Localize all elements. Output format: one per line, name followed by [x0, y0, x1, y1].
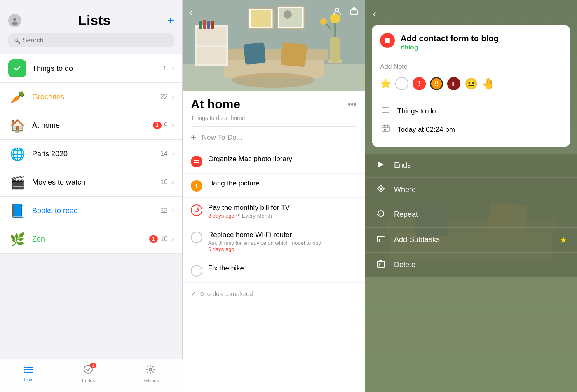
completed-check-icon: ✓ [191, 290, 196, 298]
detail-task-title-group: Add contact form to blog #blog [401, 33, 562, 51]
detail-list-row[interactable]: Things to do [380, 102, 562, 120]
svg-rect-53 [382, 126, 389, 132]
todo-item-replace-wifi[interactable]: Replace home Wi-Fi router Ask Jimmy for … [183, 225, 365, 258]
athome-subtitle: Things to do at home [183, 115, 365, 126]
tab-settings[interactable]: Settings [143, 364, 159, 383]
todos-tab-icon: 3 [83, 364, 93, 377]
subtasks-icon [375, 234, 387, 245]
svg-rect-32 [251, 10, 271, 27]
athome-person-button[interactable] [333, 7, 342, 18]
list-name-groceries: Groceries [32, 93, 64, 101]
todo-title-pay-bill: Pay the monthly bill for TV [208, 204, 357, 212]
add-list-button[interactable]: + [167, 14, 174, 27]
list-item-groceries[interactable]: 🥕 Groceries 22 › [0, 83, 182, 111]
chevron-icon: › [172, 65, 174, 72]
list-item-zen[interactable]: 🌿 Zen 1 10 › [0, 225, 182, 254]
svg-rect-47 [385, 38, 390, 40]
lists-scroll: Things to do 5 › 🥕 Groceries 22 › 🏠 At h… [0, 54, 182, 392]
svg-point-0 [13, 18, 16, 21]
list-item-books-to-read[interactable]: 📘 Books to read 12 › [0, 197, 182, 225]
priority-none-option[interactable] [395, 77, 408, 90]
athome-more-button[interactable]: ••• [348, 100, 357, 109]
completed-section: ✓ 0 to-dos completed [183, 283, 365, 304]
chevron-icon-paris-2020: › [172, 150, 174, 157]
wifi-note: Ask Jimmy for an advice on which model t… [208, 240, 357, 246]
subtasks-star-icon: ★ [560, 235, 567, 245]
todo-check-replace-wifi[interactable] [191, 232, 202, 243]
pay-bill-overdue: 8 days ago [208, 213, 235, 219]
list-badge-zen: 1 [149, 235, 158, 243]
todo-check-pay-bill[interactable]: ↺ [191, 204, 202, 216]
list-item-things-to-do[interactable]: Things to do 5 › [0, 54, 182, 83]
svg-rect-48 [385, 40, 390, 42]
priority-hand-icon[interactable]: 🤚 [482, 77, 495, 90]
todo-content-pay-bill: Pay the monthly bill for TV 8 days ago ↺… [208, 204, 357, 219]
todo-item-fix-bike[interactable]: Fix the bike [183, 258, 365, 283]
svg-rect-22 [207, 21, 210, 29]
todo-item-pay-bill[interactable]: ↺ Pay the monthly bill for TV 8 days ago… [183, 198, 365, 225]
where-menu-item[interactable]: Where [365, 178, 577, 202]
todo-check-organize-mac[interactable] [191, 156, 202, 167]
list-count-movies-to-watch: 10 [160, 178, 168, 186]
svg-point-8 [24, 372, 25, 373]
settings-tab-icon [145, 364, 155, 377]
repeat-menu-item[interactable]: Repeat [365, 202, 577, 227]
new-todo-label: New To-Do... [202, 134, 242, 142]
svg-rect-68 [380, 260, 382, 261]
todo-content-organize-mac: Organize Mac photo library [208, 155, 357, 163]
avatar[interactable] [8, 14, 21, 27]
priority-orange-option[interactable]: !! [430, 77, 443, 90]
svg-rect-18 [197, 27, 226, 45]
tab-lists[interactable]: Lists [24, 365, 34, 382]
new-todo-button[interactable]: + New To-Do... [183, 127, 365, 149]
athome-title: At home [191, 97, 240, 111]
svg-rect-25 [330, 37, 340, 62]
detail-panel: ‹ Add contact form to blog #blog Add Not… [365, 0, 577, 392]
delete-menu-item[interactable]: Delete [365, 253, 577, 277]
list-item-at-home[interactable]: 🏠 At home 3 9 › [0, 111, 182, 140]
list-name-things-to-do: Things to do [32, 64, 73, 73]
todo-check-hang-picture[interactable] [191, 180, 202, 192]
ends-menu-item[interactable]: Ends [365, 154, 577, 178]
svg-point-61 [380, 188, 382, 190]
list-item-movies-to-watch[interactable]: 🎬 Movies to watch 10 › [0, 168, 182, 197]
todo-list: + New To-Do... Organize Mac photo librar… [183, 127, 365, 392]
todo-check-fix-bike[interactable] [191, 265, 202, 277]
detail-card-divider-1 [380, 58, 562, 58]
svg-rect-15 [244, 42, 266, 65]
tab-todos[interactable]: 3 To-dos [81, 364, 95, 383]
detail-date-row[interactable]: Today at 02:24 pm [380, 120, 562, 139]
detail-back-button[interactable]: ‹ [373, 7, 376, 20]
detail-task-tag: #blog [401, 44, 562, 51]
svg-point-2 [12, 63, 23, 74]
list-meta-movies-to-watch: 10 › [160, 178, 174, 186]
priority-face-icon[interactable]: 😐 [464, 77, 478, 90]
priority-red-option[interactable]: ! [413, 77, 426, 90]
athome-panel: ‹ At home ••• Things to do at home + New… [183, 0, 365, 392]
search-bar[interactable]: 🔍 [8, 33, 174, 47]
priority-star-icon[interactable]: ⭐ [380, 78, 391, 89]
priority-dark-option[interactable]: ||| [447, 77, 460, 90]
search-input[interactable] [23, 37, 169, 44]
chevron-icon-movies-to-watch: › [172, 178, 174, 186]
svg-point-35 [232, 73, 314, 88]
todos-tab-badge: 3 [90, 363, 96, 368]
repeat-icon [375, 209, 387, 220]
completed-label: 0 to-dos completed [200, 290, 253, 297]
athome-back-button[interactable]: ‹ [189, 7, 192, 18]
list-count-paris-2020: 14 [160, 150, 168, 157]
detail-task-title: Add contact form to blog [401, 33, 562, 44]
list-info-zen: Zen [32, 235, 149, 244]
add-subtasks-menu-item[interactable]: Add Subtasks ★ [365, 228, 577, 252]
athome-share-button[interactable] [350, 7, 358, 18]
list-item-paris-2020[interactable]: 🌐 Paris 2020 14 › [0, 140, 182, 168]
list-name-zen: Zen [32, 235, 45, 243]
list-count-zen: 10 [160, 235, 168, 243]
list-name-at-home: At home [32, 121, 60, 129]
delete-label: Delete [394, 261, 567, 269]
todo-item-hang-picture[interactable]: Hang the picture [183, 174, 365, 198]
list-count-books-to-read: 12 [160, 207, 168, 214]
todo-item-organize-mac[interactable]: Organize Mac photo library [183, 149, 365, 174]
list-meta-things-to-do: 5 › [164, 65, 174, 72]
detail-add-note[interactable]: Add Note [380, 63, 562, 70]
